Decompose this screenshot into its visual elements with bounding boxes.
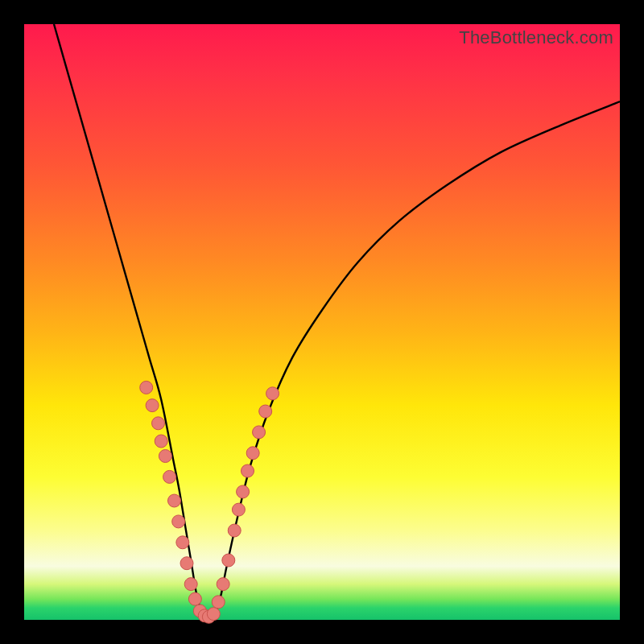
highlight-dot [180, 557, 193, 570]
highlight-dot [159, 450, 171, 463]
highlight-dot [163, 470, 176, 483]
highlight-dot [212, 596, 225, 609]
highlight-dot [184, 578, 197, 591]
plot-area: TheBottleneck.com [24, 24, 620, 620]
highlight-dot [207, 608, 220, 621]
chart-overlay [24, 24, 620, 620]
highlight-dot [146, 399, 159, 412]
highlight-dot [246, 447, 259, 460]
highlight-dot [176, 536, 189, 549]
highlight-dots [140, 381, 279, 623]
highlight-dot [152, 417, 165, 430]
highlight-dot [242, 464, 254, 477]
highlight-dot [237, 485, 250, 498]
highlight-dot [140, 381, 153, 394]
highlight-dot [188, 592, 201, 605]
highlight-dot [228, 524, 241, 537]
highlight-dot [259, 405, 272, 418]
bottleneck-curve [54, 24, 620, 617]
highlight-dot [155, 435, 167, 448]
highlight-dot [222, 554, 235, 567]
highlight-dot [167, 494, 180, 507]
highlight-dot [232, 503, 245, 516]
highlight-dot [172, 515, 185, 528]
highlight-dot [253, 426, 266, 439]
highlight-dot [217, 578, 229, 591]
chart-frame: TheBottleneck.com [0, 0, 644, 644]
highlight-dot [266, 387, 279, 400]
